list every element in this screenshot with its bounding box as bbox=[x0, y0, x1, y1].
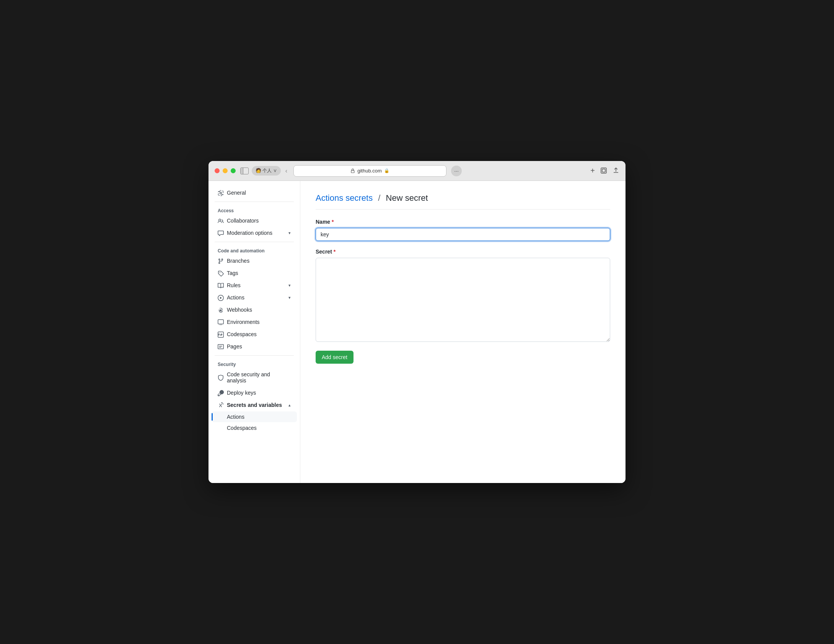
pages-icon bbox=[218, 343, 224, 350]
actions-icon bbox=[218, 294, 224, 301]
sidebar-item-actions-label: Actions bbox=[227, 294, 285, 301]
sidebar-item-pages[interactable]: Pages bbox=[212, 341, 297, 352]
add-secret-button[interactable]: Add secret bbox=[316, 351, 353, 364]
more-options-button[interactable]: ··· bbox=[451, 166, 462, 176]
chevron-up-icon: ▴ bbox=[288, 403, 291, 408]
sidebar-item-deploy-keys-label: Deploy keys bbox=[227, 390, 291, 396]
share-button[interactable] bbox=[612, 166, 619, 175]
secret-required: * bbox=[334, 249, 336, 255]
sidebar-sub-item-codespaces[interactable]: Codespaces bbox=[212, 423, 297, 433]
svg-rect-1 bbox=[602, 169, 605, 172]
sidebar-section-code: Code and automation bbox=[208, 245, 300, 255]
sidebar-item-secrets-label: Secrets and variables bbox=[227, 402, 285, 408]
sidebar-item-webhooks-label: Webhooks bbox=[227, 307, 291, 313]
sidebar-item-collaborators-label: Collaborators bbox=[227, 218, 291, 224]
maximize-button[interactable] bbox=[231, 168, 236, 173]
name-required: * bbox=[332, 219, 334, 225]
rules-icon bbox=[218, 282, 224, 288]
breadcrumb-current: New secret bbox=[386, 193, 428, 203]
address-bar[interactable]: github.com 🔒 bbox=[293, 165, 446, 177]
sidebar-item-collaborators[interactable]: Collaborators bbox=[212, 215, 297, 226]
secret-form-group: Secret * bbox=[316, 249, 610, 343]
sidebar-item-rules-label: Rules bbox=[227, 282, 285, 288]
svg-rect-0 bbox=[601, 168, 606, 173]
asterisk-icon bbox=[218, 402, 224, 408]
chevron-down-icon-actions: ▾ bbox=[288, 295, 291, 300]
browser-chrome: 🧑 个人 ∨ ‹ github.com 🔒 ··· + bbox=[208, 161, 626, 181]
lock-icon bbox=[350, 168, 355, 173]
sidebar-item-moderation[interactable]: Moderation options ▾ bbox=[212, 227, 297, 239]
sidebar-toggle[interactable] bbox=[240, 168, 249, 174]
branch-icon bbox=[218, 258, 224, 264]
sidebar-item-actions[interactable]: Actions ▾ bbox=[212, 292, 297, 303]
main-panel: Actions secrets / New secret Name * Secr… bbox=[300, 181, 626, 483]
sidebar-divider-3 bbox=[215, 355, 294, 356]
webhook-icon bbox=[218, 307, 224, 313]
sidebar-item-tags-label: Tags bbox=[227, 270, 291, 276]
sidebar-item-environments[interactable]: Environments bbox=[212, 316, 297, 328]
browser-controls: 🧑 个人 ∨ ‹ bbox=[240, 166, 289, 176]
breadcrumb-link[interactable]: Actions secrets bbox=[316, 193, 373, 203]
sidebar-divider-1 bbox=[215, 202, 294, 202]
page-header: Actions secrets / New secret bbox=[316, 193, 610, 210]
sidebar-item-tags[interactable]: Tags bbox=[212, 267, 297, 279]
env-icon bbox=[218, 319, 224, 325]
close-button[interactable] bbox=[215, 168, 220, 173]
sidebar-item-deploy-keys[interactable]: Deploy keys bbox=[212, 387, 297, 398]
secure-icon: 🔒 bbox=[384, 168, 389, 173]
profile-pill[interactable]: 🧑 个人 ∨ bbox=[252, 166, 281, 176]
shield-icon bbox=[218, 374, 224, 381]
secret-label: Secret * bbox=[316, 249, 610, 255]
tab-overview-button[interactable] bbox=[600, 166, 607, 175]
gear-icon bbox=[218, 190, 224, 196]
secret-textarea[interactable] bbox=[316, 258, 610, 342]
key-icon bbox=[218, 390, 224, 396]
name-form-group: Name * bbox=[316, 219, 610, 241]
tag-icon bbox=[218, 270, 224, 276]
sidebar-item-webhooks[interactable]: Webhooks bbox=[212, 304, 297, 315]
sidebar-item-branches[interactable]: Branches bbox=[212, 255, 297, 267]
person-icon bbox=[218, 218, 224, 224]
sidebar-item-code-security[interactable]: Code security and analysis bbox=[212, 369, 297, 386]
sidebar-item-code-security-label: Code security and analysis bbox=[227, 371, 291, 384]
sidebar-item-general-label: General bbox=[227, 190, 291, 196]
breadcrumb-separator: / bbox=[378, 193, 380, 203]
sidebar-item-codespaces[interactable]: Codespaces bbox=[212, 329, 297, 340]
back-button[interactable]: ‹ bbox=[284, 166, 289, 176]
sidebar-item-pages-label: Pages bbox=[227, 343, 291, 350]
sidebar-section-access: Access bbox=[208, 205, 300, 215]
content-area: General Access Collaborators bbox=[208, 181, 626, 483]
sidebar-item-branches-label: Branches bbox=[227, 258, 291, 264]
comment-icon bbox=[218, 230, 224, 236]
breadcrumb: Actions secrets / New secret bbox=[316, 193, 610, 203]
minimize-button[interactable] bbox=[223, 168, 228, 173]
new-tab-button[interactable]: + bbox=[590, 166, 595, 175]
sidebar-item-secrets[interactable]: Secrets and variables ▴ bbox=[212, 399, 297, 411]
url-text: github.com bbox=[357, 168, 382, 174]
codespace-icon bbox=[218, 331, 224, 337]
name-label: Name * bbox=[316, 219, 610, 225]
sidebar-sub-item-actions-label: Actions bbox=[227, 414, 244, 420]
sidebar-item-moderation-label: Moderation options bbox=[227, 230, 285, 236]
sidebar-divider-2 bbox=[215, 242, 294, 242]
sidebar-sub-item-actions[interactable]: Actions bbox=[212, 411, 297, 422]
sidebar-sub-item-codespaces-label: Codespaces bbox=[227, 425, 257, 431]
chevron-down-icon-rules: ▾ bbox=[288, 283, 291, 288]
traffic-lights bbox=[215, 168, 236, 173]
name-input[interactable] bbox=[316, 228, 610, 241]
sidebar-item-codespaces-label: Codespaces bbox=[227, 331, 291, 337]
chevron-down-icon: ▾ bbox=[288, 231, 291, 236]
sidebar: General Access Collaborators bbox=[208, 181, 300, 483]
sidebar-item-environments-label: Environments bbox=[227, 319, 291, 325]
sidebar-item-general[interactable]: General bbox=[212, 187, 297, 198]
browser-actions: + bbox=[590, 166, 619, 175]
sidebar-item-rules[interactable]: Rules ▾ bbox=[212, 280, 297, 291]
sidebar-section-security: Security bbox=[208, 359, 300, 369]
